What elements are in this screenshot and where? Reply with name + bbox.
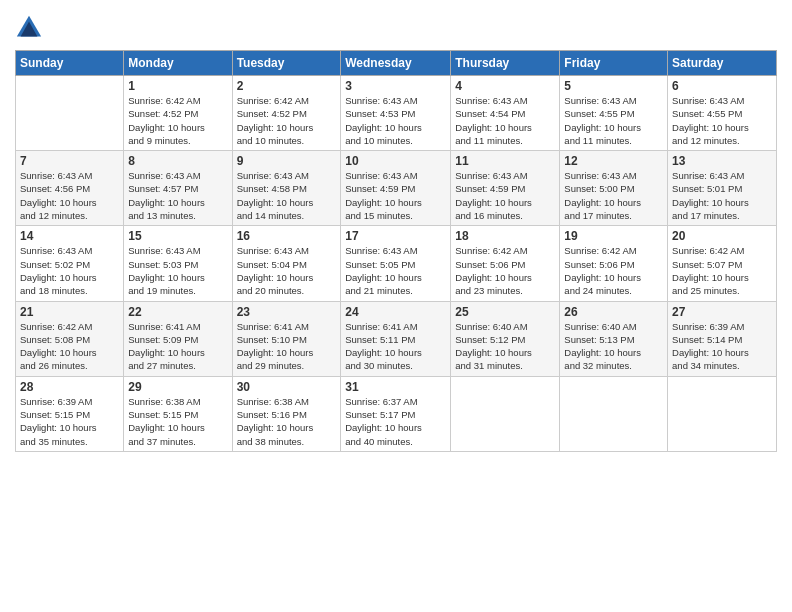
day-number: 20	[672, 229, 772, 243]
day-number: 12	[564, 154, 663, 168]
day-number: 23	[237, 305, 337, 319]
calendar-cell: 11Sunrise: 6:43 AM Sunset: 4:59 PM Dayli…	[451, 151, 560, 226]
day-info: Sunrise: 6:40 AM Sunset: 5:12 PM Dayligh…	[455, 320, 555, 373]
day-info: Sunrise: 6:43 AM Sunset: 5:02 PM Dayligh…	[20, 244, 119, 297]
day-number: 16	[237, 229, 337, 243]
calendar-cell: 20Sunrise: 6:42 AM Sunset: 5:07 PM Dayli…	[668, 226, 777, 301]
day-number: 4	[455, 79, 555, 93]
day-number: 27	[672, 305, 772, 319]
header-sunday: Sunday	[16, 51, 124, 76]
day-number: 22	[128, 305, 227, 319]
calendar-cell: 14Sunrise: 6:43 AM Sunset: 5:02 PM Dayli…	[16, 226, 124, 301]
calendar-cell: 25Sunrise: 6:40 AM Sunset: 5:12 PM Dayli…	[451, 301, 560, 376]
calendar-cell	[560, 376, 668, 451]
day-number: 7	[20, 154, 119, 168]
page-container: SundayMondayTuesdayWednesdayThursdayFrid…	[0, 0, 792, 462]
header-saturday: Saturday	[668, 51, 777, 76]
day-number: 9	[237, 154, 337, 168]
day-number: 14	[20, 229, 119, 243]
calendar-cell: 10Sunrise: 6:43 AM Sunset: 4:59 PM Dayli…	[341, 151, 451, 226]
day-number: 30	[237, 380, 337, 394]
calendar-cell: 1Sunrise: 6:42 AM Sunset: 4:52 PM Daylig…	[124, 76, 232, 151]
calendar-cell	[16, 76, 124, 151]
logo-icon	[15, 14, 43, 42]
calendar-cell: 3Sunrise: 6:43 AM Sunset: 4:53 PM Daylig…	[341, 76, 451, 151]
day-info: Sunrise: 6:43 AM Sunset: 5:03 PM Dayligh…	[128, 244, 227, 297]
calendar-cell: 16Sunrise: 6:43 AM Sunset: 5:04 PM Dayli…	[232, 226, 341, 301]
calendar-cell: 23Sunrise: 6:41 AM Sunset: 5:10 PM Dayli…	[232, 301, 341, 376]
calendar-cell: 12Sunrise: 6:43 AM Sunset: 5:00 PM Dayli…	[560, 151, 668, 226]
calendar-cell: 28Sunrise: 6:39 AM Sunset: 5:15 PM Dayli…	[16, 376, 124, 451]
day-info: Sunrise: 6:42 AM Sunset: 4:52 PM Dayligh…	[237, 94, 337, 147]
calendar-cell: 29Sunrise: 6:38 AM Sunset: 5:15 PM Dayli…	[124, 376, 232, 451]
header-wednesday: Wednesday	[341, 51, 451, 76]
day-info: Sunrise: 6:41 AM Sunset: 5:09 PM Dayligh…	[128, 320, 227, 373]
day-info: Sunrise: 6:43 AM Sunset: 4:59 PM Dayligh…	[345, 169, 446, 222]
day-info: Sunrise: 6:42 AM Sunset: 4:52 PM Dayligh…	[128, 94, 227, 147]
day-number: 29	[128, 380, 227, 394]
calendar-table: SundayMondayTuesdayWednesdayThursdayFrid…	[15, 50, 777, 452]
header	[15, 10, 777, 42]
calendar-cell: 2Sunrise: 6:42 AM Sunset: 4:52 PM Daylig…	[232, 76, 341, 151]
day-number: 15	[128, 229, 227, 243]
calendar-cell: 22Sunrise: 6:41 AM Sunset: 5:09 PM Dayli…	[124, 301, 232, 376]
day-number: 25	[455, 305, 555, 319]
day-info: Sunrise: 6:41 AM Sunset: 5:10 PM Dayligh…	[237, 320, 337, 373]
day-info: Sunrise: 6:40 AM Sunset: 5:13 PM Dayligh…	[564, 320, 663, 373]
calendar-cell: 7Sunrise: 6:43 AM Sunset: 4:56 PM Daylig…	[16, 151, 124, 226]
calendar-week-row: 28Sunrise: 6:39 AM Sunset: 5:15 PM Dayli…	[16, 376, 777, 451]
day-number: 17	[345, 229, 446, 243]
calendar-week-row: 1Sunrise: 6:42 AM Sunset: 4:52 PM Daylig…	[16, 76, 777, 151]
day-number: 24	[345, 305, 446, 319]
header-thursday: Thursday	[451, 51, 560, 76]
header-tuesday: Tuesday	[232, 51, 341, 76]
calendar-cell: 5Sunrise: 6:43 AM Sunset: 4:55 PM Daylig…	[560, 76, 668, 151]
calendar-cell: 9Sunrise: 6:43 AM Sunset: 4:58 PM Daylig…	[232, 151, 341, 226]
day-info: Sunrise: 6:43 AM Sunset: 5:01 PM Dayligh…	[672, 169, 772, 222]
calendar-cell: 24Sunrise: 6:41 AM Sunset: 5:11 PM Dayli…	[341, 301, 451, 376]
calendar-week-row: 7Sunrise: 6:43 AM Sunset: 4:56 PM Daylig…	[16, 151, 777, 226]
calendar-cell: 21Sunrise: 6:42 AM Sunset: 5:08 PM Dayli…	[16, 301, 124, 376]
day-info: Sunrise: 6:42 AM Sunset: 5:06 PM Dayligh…	[455, 244, 555, 297]
day-info: Sunrise: 6:38 AM Sunset: 5:15 PM Dayligh…	[128, 395, 227, 448]
calendar-cell: 27Sunrise: 6:39 AM Sunset: 5:14 PM Dayli…	[668, 301, 777, 376]
day-info: Sunrise: 6:37 AM Sunset: 5:17 PM Dayligh…	[345, 395, 446, 448]
day-info: Sunrise: 6:42 AM Sunset: 5:08 PM Dayligh…	[20, 320, 119, 373]
day-info: Sunrise: 6:43 AM Sunset: 4:54 PM Dayligh…	[455, 94, 555, 147]
day-number: 18	[455, 229, 555, 243]
logo	[15, 14, 45, 42]
calendar-cell: 6Sunrise: 6:43 AM Sunset: 4:55 PM Daylig…	[668, 76, 777, 151]
day-number: 31	[345, 380, 446, 394]
calendar-week-row: 21Sunrise: 6:42 AM Sunset: 5:08 PM Dayli…	[16, 301, 777, 376]
day-info: Sunrise: 6:38 AM Sunset: 5:16 PM Dayligh…	[237, 395, 337, 448]
day-number: 26	[564, 305, 663, 319]
calendar-cell: 18Sunrise: 6:42 AM Sunset: 5:06 PM Dayli…	[451, 226, 560, 301]
calendar-cell: 13Sunrise: 6:43 AM Sunset: 5:01 PM Dayli…	[668, 151, 777, 226]
day-info: Sunrise: 6:43 AM Sunset: 4:58 PM Dayligh…	[237, 169, 337, 222]
calendar-cell: 19Sunrise: 6:42 AM Sunset: 5:06 PM Dayli…	[560, 226, 668, 301]
calendar-cell: 30Sunrise: 6:38 AM Sunset: 5:16 PM Dayli…	[232, 376, 341, 451]
day-info: Sunrise: 6:43 AM Sunset: 4:56 PM Dayligh…	[20, 169, 119, 222]
day-info: Sunrise: 6:43 AM Sunset: 4:55 PM Dayligh…	[672, 94, 772, 147]
day-number: 21	[20, 305, 119, 319]
day-info: Sunrise: 6:43 AM Sunset: 4:59 PM Dayligh…	[455, 169, 555, 222]
day-number: 1	[128, 79, 227, 93]
day-number: 28	[20, 380, 119, 394]
day-number: 8	[128, 154, 227, 168]
day-number: 5	[564, 79, 663, 93]
day-info: Sunrise: 6:43 AM Sunset: 5:00 PM Dayligh…	[564, 169, 663, 222]
calendar-cell: 8Sunrise: 6:43 AM Sunset: 4:57 PM Daylig…	[124, 151, 232, 226]
day-info: Sunrise: 6:43 AM Sunset: 4:55 PM Dayligh…	[564, 94, 663, 147]
day-info: Sunrise: 6:43 AM Sunset: 5:04 PM Dayligh…	[237, 244, 337, 297]
calendar-header-row: SundayMondayTuesdayWednesdayThursdayFrid…	[16, 51, 777, 76]
day-info: Sunrise: 6:42 AM Sunset: 5:06 PM Dayligh…	[564, 244, 663, 297]
day-info: Sunrise: 6:43 AM Sunset: 4:53 PM Dayligh…	[345, 94, 446, 147]
header-friday: Friday	[560, 51, 668, 76]
day-number: 13	[672, 154, 772, 168]
day-number: 3	[345, 79, 446, 93]
calendar-week-row: 14Sunrise: 6:43 AM Sunset: 5:02 PM Dayli…	[16, 226, 777, 301]
day-info: Sunrise: 6:43 AM Sunset: 4:57 PM Dayligh…	[128, 169, 227, 222]
header-monday: Monday	[124, 51, 232, 76]
day-number: 11	[455, 154, 555, 168]
calendar-cell: 31Sunrise: 6:37 AM Sunset: 5:17 PM Dayli…	[341, 376, 451, 451]
